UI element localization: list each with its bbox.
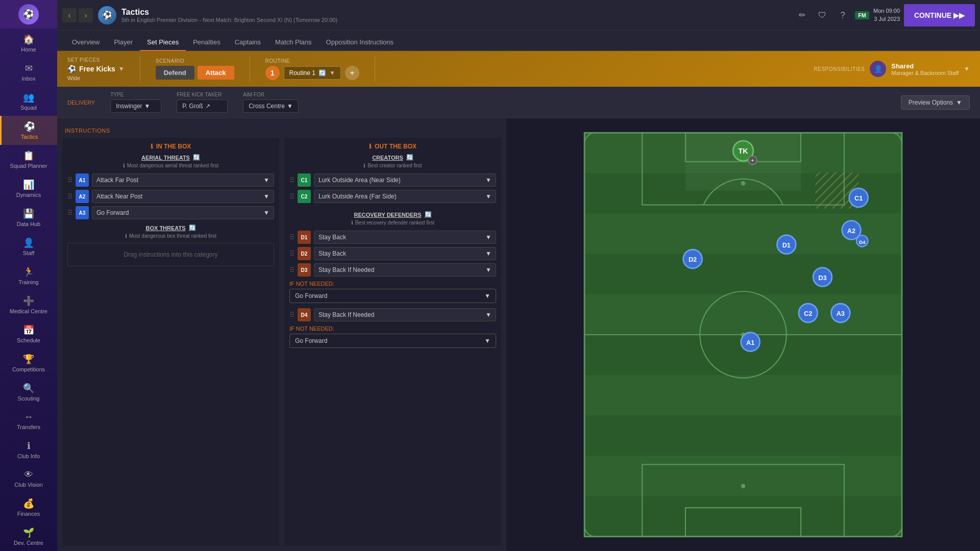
help-button[interactable]: ? [835,7,851,23]
svg-rect-4 [584,375,902,415]
d4-selector[interactable]: Stay Back If Needed ▼ [314,308,496,321]
sidebar-item-dynamics[interactable]: 📊 Dynamics [0,174,57,203]
sidebar-item-label: Medical Centre [10,308,47,314]
sidebar-item-schedule[interactable]: 📅 Schedule [0,319,57,348]
svg-point-15 [741,484,745,488]
type-selector[interactable]: Inswinger ▼ [110,99,161,113]
a3-selector[interactable]: Go Forward ▼ [92,206,274,219]
sidebar-item-inbox[interactable]: ✉ Inbox [0,58,57,87]
sidebar-item-label: Dev. Centre [14,540,43,546]
if-not-selector-1[interactable]: Go Forward ▼ [289,289,496,303]
squad-icon: 👥 [23,92,34,103]
sidebar: ⚽ 🏠 Home ✉ Inbox 👥 Squad ⚽ Tactics 📋 Squ… [0,0,57,551]
sidebar-item-tactics[interactable]: ⚽ Tactics [0,116,57,145]
preview-options-button[interactable]: Preview Options ▼ [901,95,970,110]
box-threats-hint-text: Most dangerous box threat ranked first [129,233,216,239]
drag-handle-a2[interactable]: ⠿ [67,192,72,201]
scenario-label: SCENARIO [156,58,234,64]
svg-text:D3: D3 [818,274,826,282]
aim-selector[interactable]: Cross Centre ▼ [243,99,299,113]
sidebar-item-squad[interactable]: 👥 Squad [0,87,57,116]
a2-selector[interactable]: Attack Near Post ▼ [92,190,274,203]
d3-value: Stay Back If Needed [318,266,374,273]
header-divider-3 [375,56,375,82]
routine-selector[interactable]: Routine 1 🔄 ▼ [284,66,341,80]
svg-text:D2: D2 [689,256,697,263]
if-not-chevron-1: ▼ [484,292,491,299]
attack-button[interactable]: Attack [198,66,234,80]
sidebar-item-data-hub[interactable]: 💾 Data Hub [0,203,57,232]
finances-icon: 💰 [23,498,34,509]
sidebar-item-medical[interactable]: ➕ Medical Centre [0,290,57,319]
free-kicks-chevron[interactable]: ▼ [118,65,125,72]
sidebar-item-training[interactable]: 🏃 Training [0,261,57,290]
responsibilities-chevron[interactable]: ▼ [964,65,970,72]
nav-forward-button[interactable]: › [79,8,93,22]
a2-chevron: ▼ [263,193,270,200]
drag-zone: Drag instructions into this category [67,243,274,266]
d2-value: Stay Back [318,250,346,257]
drag-zone-label: Drag instructions into this category [124,251,217,258]
taker-selector[interactable]: P. Groß ↗ [177,99,228,113]
drag-handle-d2[interactable]: ⠿ [289,249,295,258]
a1-selector[interactable]: Attack Far Post ▼ [92,173,274,187]
sidebar-item-staff[interactable]: 👤 Staff [0,232,57,261]
aerial-row-a1: ⠿ A1 Attack Far Post ▼ [67,173,274,187]
creator-row-c1: ⠿ C1 Lurk Outside Area (Near Side) ▼ [289,173,496,187]
sidebar-item-club-info[interactable]: ℹ Club Info [0,435,57,464]
tab-penalties[interactable]: Penalties [186,34,227,51]
sidebar-item-scouting[interactable]: 🔍 Scouting [0,378,57,407]
aerial-hint: ℹ Most dangerous aerial threat ranked fi… [67,163,274,168]
drag-handle-d1[interactable]: ⠿ [289,233,295,241]
tab-overview[interactable]: Overview [65,34,107,51]
a2-value: Attack Near Post [96,193,142,200]
drag-handle-c2[interactable]: ⠿ [289,192,295,201]
sidebar-item-label: Schedule [17,337,40,343]
if-not-value-1: Go Forward [295,292,327,299]
taker-link-icon: ↗ [205,103,210,110]
routine-chevron: ▼ [329,69,335,77]
recovery-hint-text: Best recovery defender ranked first [355,220,435,226]
columns-container: ℹ IN THE BOX AERIAL THREATS 🔄 ℹ Most dan… [62,138,501,546]
drag-handle-d3[interactable]: ⠿ [289,266,295,274]
add-routine-button[interactable]: + [345,66,359,80]
d1-selector[interactable]: Stay Back ▼ [314,231,496,244]
sidebar-item-home[interactable]: 🏠 Home [0,29,57,58]
tab-set-pieces[interactable]: Set Pieces [140,34,186,51]
sidebar-item-dev-centre[interactable]: 🌱 Dev. Centre [0,522,57,551]
tab-captains[interactable]: Captains [228,34,268,51]
d2-selector[interactable]: Stay Back ▼ [314,247,496,260]
continue-button[interactable]: CONTINUE ▶▶ [904,4,975,27]
d1-chevron: ▼ [485,234,492,241]
taker-label: FREE KICK TAKER [177,92,228,97]
tab-player[interactable]: Player [107,34,140,51]
topbar: ‹ › ⚽ Tactics 5th in English Premier Div… [57,0,980,31]
tab-match-plans[interactable]: Match Plans [268,34,319,51]
sidebar-item-finances[interactable]: 💰 Finances [0,493,57,522]
sidebar-item-competitions[interactable]: 🏆 Competitions [0,348,57,378]
c1-selector[interactable]: Lurk Outside Area (Near Side) ▼ [314,173,496,187]
if-not-selector-2[interactable]: Go Forward ▼ [289,334,496,348]
datetime-display: Mon 09:00 3 Jul 2023 [873,7,900,23]
drag-handle-a1[interactable]: ⠿ [67,176,72,184]
sidebar-item-label: Inbox [22,76,36,82]
help-shield-button[interactable]: 🛡 [814,7,830,23]
edit-button[interactable]: ✏ [794,7,810,23]
drag-handle-c1[interactable]: ⠿ [289,176,295,184]
badge-d3: D3 [298,263,311,277]
sidebar-item-squad-planner[interactable]: 📋 Squad Planner [0,145,57,174]
delivery-section: DELIVERY TYPE Inswinger ▼ FREE KICK TAKE… [57,87,980,118]
free-kicks-label: Free Kicks [79,65,115,73]
drag-handle-a3[interactable]: ⠿ [67,209,72,217]
c2-selector[interactable]: Lurk Outside Area (Far Side) ▼ [314,190,496,203]
sidebar-item-transfers[interactable]: ↔ Transfers [0,407,57,435]
aerial-hint-text: Most dangerous aerial threat ranked firs… [127,163,219,168]
tab-opposition[interactable]: Opposition Instructions [319,34,401,51]
recovery-subheader: RECOVERY DEFENDERS 🔄 [289,211,496,218]
d3-selector[interactable]: Stay Back If Needed ▼ [314,263,496,277]
defend-button[interactable]: Defend [156,66,194,80]
sidebar-item-club-vision[interactable]: 👁 Club Vision [0,464,57,493]
drag-handle-d4[interactable]: ⠿ [289,311,295,319]
main-content: ‹ › ⚽ Tactics 5th in English Premier Div… [57,0,980,551]
nav-back-button[interactable]: ‹ [62,8,77,22]
